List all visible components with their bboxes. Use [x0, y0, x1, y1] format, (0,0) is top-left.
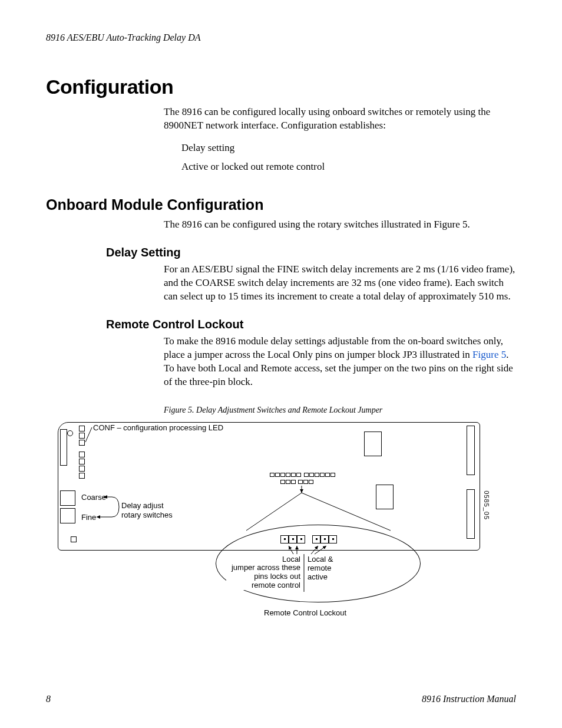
pcb-component: [364, 431, 382, 456]
pcb-chip-row: [298, 480, 313, 484]
pcb-component: [71, 536, 77, 542]
pcb-component: [79, 426, 85, 431]
pcb-chip-row: [270, 473, 301, 477]
bullet-remote-control: Active or locked out remote control: [181, 157, 516, 176]
jumper-block-right: [312, 535, 337, 543]
local-only-label-2: jumper across these pins locks out remot…: [226, 564, 300, 590]
delay-heading: Delay Setting: [106, 246, 516, 259]
pcb-component: [79, 440, 85, 446]
section-title: Configuration: [46, 75, 516, 98]
fine-label: Fine: [81, 513, 96, 522]
figure-5-link[interactable]: Figure 5: [472, 349, 506, 360]
pcb-component: [79, 459, 85, 465]
pcb-connector: [467, 426, 475, 475]
bullet-delay-setting: Delay setting: [181, 139, 516, 157]
jumper-block-left: [280, 535, 305, 543]
figure-code: 0585_05: [483, 490, 490, 520]
coarse-switch-icon: [60, 490, 75, 506]
pcb-connector: [467, 489, 475, 539]
pcb-component: [79, 433, 85, 439]
manual-title: 8916 Instruction Manual: [422, 694, 516, 704]
remote-lockout-bottom-label: Remote Control Lockout: [264, 608, 346, 617]
pcb-component: [79, 473, 85, 479]
rotary-label-1: Delay adjust: [121, 501, 164, 510]
fine-switch-icon: [60, 508, 75, 523]
remote-text: To make the 8916 module delay settings a…: [164, 335, 516, 389]
pcb-component: [79, 452, 85, 457]
remote-heading: Remote Control Lockout: [106, 318, 516, 331]
running-head: 8916 AES/EBU Auto-Tracking Delay DA: [46, 32, 516, 43]
onboard-heading: Onboard Module Configuration: [46, 196, 516, 213]
page-number: 8: [46, 694, 51, 704]
led-circle: [67, 430, 73, 436]
remote-text-a: To make the 8916 module delay settings a…: [164, 335, 503, 360]
pcb-component: [79, 466, 85, 472]
conf-led-label: CONF – configuration processing LED: [93, 423, 223, 432]
coarse-label: Coarse: [81, 493, 106, 502]
local-remote-label: Local & remote active: [308, 555, 343, 582]
pcb-chip-row: [280, 480, 296, 484]
figure-caption: Figure 5. Delay Adjustment Switches and …: [164, 406, 516, 415]
delay-text: For an AES/EBU signal the FINE switch de…: [164, 263, 516, 304]
intro-paragraph: The 8916 can be configured locally using…: [164, 106, 516, 133]
rotary-label-2: rotary switches: [121, 510, 173, 519]
pcb-component: [376, 485, 394, 509]
onboard-text: The 8916 can be configured using the rot…: [164, 218, 516, 232]
pcb-chip-row: [304, 473, 335, 477]
figure-5-diagram: CONF – configuration processing LED Coar…: [58, 420, 482, 614]
front-bracket: [60, 429, 67, 466]
